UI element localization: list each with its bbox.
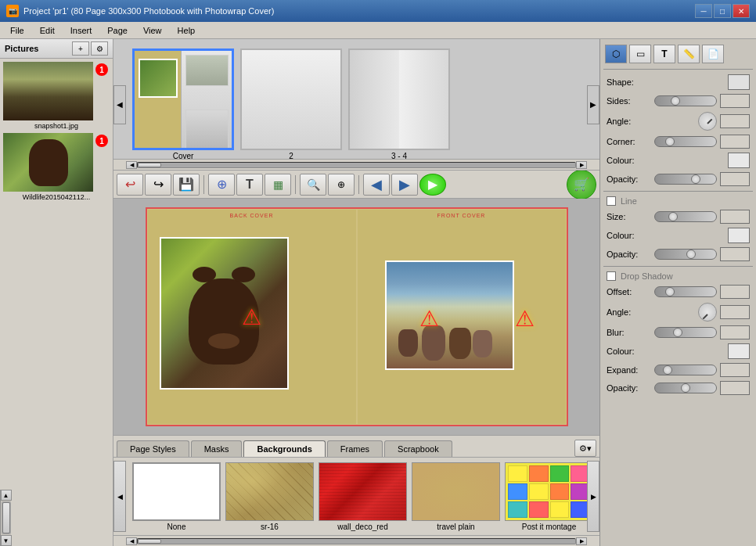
thumb-scroll-right-button[interactable]: ▶ xyxy=(587,85,599,124)
left-page: BACK COVER ⚠ xyxy=(147,209,357,425)
warning-icon-center: ⚠ xyxy=(419,306,439,332)
picture-settings-button[interactable]: ⚙ xyxy=(91,41,108,56)
save-button[interactable]: 💾 xyxy=(173,174,200,196)
zoom-in-button[interactable]: ⊕ xyxy=(328,174,355,196)
bg-hscroll-left[interactable]: ◀ xyxy=(126,537,137,545)
angle-dial[interactable] xyxy=(698,112,717,131)
sides-label: Sides: xyxy=(607,96,650,106)
right-page-label: FRONT COVER xyxy=(437,213,486,218)
picture-item-2[interactable]: 1 Wildlife2015042112... xyxy=(3,133,110,201)
bg-scroll-right-button[interactable]: ▶ xyxy=(587,461,599,532)
background-sr16[interactable]: sr-16 xyxy=(225,462,314,531)
ds-opacity-input[interactable] xyxy=(720,381,750,395)
text-button[interactable]: T xyxy=(236,174,263,196)
undo-button[interactable]: ↩ xyxy=(117,174,143,196)
thumbnail-page-2[interactable]: 2 xyxy=(240,48,342,160)
background-none[interactable]: None xyxy=(132,462,221,531)
bg-travel-plain-label: travel plain xyxy=(412,523,500,531)
bg-scroll-left-button[interactable]: ◀ xyxy=(113,461,126,532)
add-picture-button[interactable]: + xyxy=(72,41,89,56)
line-opacity-slider[interactable] xyxy=(654,249,717,260)
offset-input[interactable] xyxy=(720,285,750,299)
add-photo-button[interactable]: ⊕ xyxy=(208,174,235,196)
menu-page[interactable]: Page xyxy=(100,23,135,38)
line-label: Line xyxy=(621,196,637,206)
main-container: Pictures + ⚙ 1 snapshot1.jpg 1 Wildlife2… xyxy=(0,39,756,546)
tab-frames[interactable]: Frames xyxy=(327,440,383,457)
ds-angle-row: Angle: xyxy=(603,301,753,323)
corner-slider[interactable] xyxy=(654,136,717,147)
tab-scrapbook[interactable]: Scrapbook xyxy=(384,440,452,457)
angle-input[interactable] xyxy=(720,114,750,128)
scroll-up-button[interactable]: ▲ xyxy=(1,490,12,501)
shape-tool-button[interactable]: ⬡ xyxy=(605,45,627,63)
maximize-button[interactable]: □ xyxy=(714,4,731,18)
ds-opacity-slider[interactable] xyxy=(654,383,717,393)
window-title: Project 'pr1' (80 Page 300x300 Photobook… xyxy=(23,6,274,16)
prev-page-button[interactable]: ◀ xyxy=(363,174,390,196)
picture-label-1: snapshot1.jpg xyxy=(3,122,110,130)
expand-row: Expand: xyxy=(603,361,753,379)
bear-photo-frame[interactable] xyxy=(160,237,289,390)
thumb-scroll-left-btn[interactable]: ◀ xyxy=(126,161,137,169)
cart-button[interactable]: 🛒 xyxy=(567,170,596,199)
tab-masks[interactable]: Masks xyxy=(191,440,243,457)
ds-angle-dial[interactable] xyxy=(698,303,717,321)
rect-tool-button[interactable]: ▭ xyxy=(629,45,651,63)
colour-swatch[interactable] xyxy=(728,153,750,168)
menu-view[interactable]: View xyxy=(136,23,169,38)
line-size-slider[interactable] xyxy=(654,211,717,222)
scroll-down-button[interactable]: ▼ xyxy=(1,535,12,546)
thumb-scroll-right-btn[interactable]: ▶ xyxy=(576,161,587,169)
bg-hscroll-right[interactable]: ▶ xyxy=(576,537,587,545)
menu-file[interactable]: File xyxy=(3,23,31,38)
tab-backgrounds[interactable]: Backgrounds xyxy=(243,440,325,457)
toolbar: ↩ ↪ 💾 ⊕ T ▦ 🔍 ⊕ ◀ ▶ ▶ 🛒 xyxy=(113,171,599,199)
expand-input[interactable] xyxy=(720,363,750,377)
page-tool-button[interactable]: 📄 xyxy=(702,45,724,63)
tab-settings-button[interactable]: ⚙▾ xyxy=(574,440,596,457)
line-opacity-input[interactable] xyxy=(720,247,750,261)
sides-input[interactable] xyxy=(720,94,750,108)
zoom-out-button[interactable]: 🔍 xyxy=(300,174,326,196)
text-tool-button[interactable]: T xyxy=(653,45,675,63)
thumbnail-cover[interactable]: Cover xyxy=(132,48,234,160)
offset-slider[interactable] xyxy=(654,286,717,297)
thumb-scroll-left-button[interactable]: ◀ xyxy=(113,85,126,124)
expand-slider[interactable] xyxy=(654,365,717,375)
menu-edit[interactable]: Edit xyxy=(33,23,62,38)
play-button[interactable]: ▶ xyxy=(419,174,446,196)
background-scroll-area: None sr-16 wall_deco_red xyxy=(126,459,587,534)
ds-colour-row: Colour: xyxy=(603,342,753,361)
line-checkbox[interactable] xyxy=(607,196,616,206)
thumbnail-page-34[interactable]: 3 - 4 xyxy=(348,48,450,160)
blur-input[interactable] xyxy=(720,325,750,339)
ds-colour-swatch[interactable] xyxy=(728,343,750,359)
picture-badge-1: 1 xyxy=(95,63,108,76)
corner-input[interactable] xyxy=(720,135,750,149)
picture-item-1[interactable]: 1 snapshot1.jpg xyxy=(3,62,110,130)
ds-angle-input[interactable] xyxy=(720,305,750,319)
line-size-input[interactable] xyxy=(720,210,750,224)
next-page-button[interactable]: ▶ xyxy=(391,174,418,196)
opacity-input[interactable] xyxy=(720,172,750,186)
tab-page-styles[interactable]: Page Styles xyxy=(117,440,189,457)
menu-help[interactable]: Help xyxy=(171,23,203,38)
ruler-tool-button[interactable]: 📏 xyxy=(678,45,700,63)
canvas-area[interactable]: BACK COVER ⚠ xyxy=(113,199,599,435)
background-post-it[interactable]: Post it montage xyxy=(505,462,587,531)
drop-shadow-checkbox[interactable] xyxy=(607,271,616,281)
close-button[interactable]: ✕ xyxy=(733,4,750,18)
line-colour-swatch[interactable] xyxy=(728,228,750,243)
background-wall-red[interactable]: wall_deco_red xyxy=(319,462,407,531)
blur-slider[interactable] xyxy=(654,327,717,338)
redo-button[interactable]: ↪ xyxy=(145,174,171,196)
opacity-slider[interactable] xyxy=(654,174,717,185)
shape-swatch[interactable] xyxy=(728,74,750,90)
layout-button[interactable]: ▦ xyxy=(265,174,291,196)
background-travel-plain[interactable]: travel plain xyxy=(412,462,500,531)
menu-insert[interactable]: Insert xyxy=(63,23,99,38)
sides-slider[interactable] xyxy=(654,95,717,106)
horses-photo-frame[interactable] xyxy=(385,260,514,370)
minimize-button[interactable]: ─ xyxy=(695,4,712,18)
